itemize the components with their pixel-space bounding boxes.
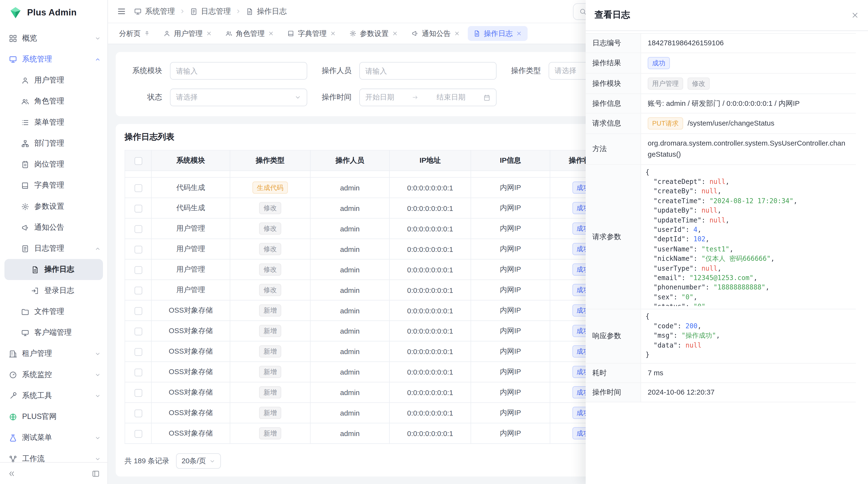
row-checkbox[interactable] bbox=[134, 184, 142, 192]
row-checkbox[interactable] bbox=[134, 266, 142, 274]
sidebar-item[interactable]: 文件管理 bbox=[0, 301, 107, 322]
list-icon bbox=[21, 118, 29, 126]
sidebar-item[interactable]: 岗位管理 bbox=[0, 154, 107, 175]
row-checkbox[interactable] bbox=[134, 430, 142, 438]
tab[interactable]: 分析页 bbox=[114, 26, 156, 41]
cost-value: 7 ms bbox=[641, 363, 856, 382]
collapse-sidebar-icon[interactable] bbox=[8, 470, 16, 477]
monitor-icon bbox=[134, 7, 142, 15]
close-drawer-icon[interactable] bbox=[851, 11, 859, 19]
sidebar-item[interactable]: 概览 bbox=[0, 28, 107, 49]
sidebar-item[interactable]: 工作流 bbox=[0, 448, 107, 462]
building-icon bbox=[9, 350, 17, 358]
sidebar-item[interactable]: 客户端管理 bbox=[0, 322, 107, 343]
close-icon[interactable] bbox=[454, 30, 460, 36]
sidebar-item[interactable]: 租户管理 bbox=[0, 343, 107, 364]
status-select[interactable]: 请选择 bbox=[170, 89, 307, 106]
date-range-picker[interactable]: 开始日期 结束日期 bbox=[359, 89, 496, 106]
operator-input[interactable] bbox=[359, 62, 496, 79]
close-icon[interactable] bbox=[206, 30, 212, 36]
row-checkbox[interactable] bbox=[134, 205, 142, 212]
tab[interactable]: 通知公告 bbox=[406, 26, 466, 41]
chevron-down-icon bbox=[95, 35, 101, 41]
tab[interactable]: 用户管理 bbox=[158, 26, 217, 41]
sidebar-item[interactable]: 菜单管理 bbox=[0, 112, 107, 133]
module-input[interactable] bbox=[170, 62, 307, 79]
table-row[interactable]: OSS对象存储新增admin0:0:0:0:0:0:0:1内网IP成功 bbox=[125, 423, 617, 444]
column-header[interactable]: 操作类型 bbox=[230, 150, 310, 171]
close-icon[interactable] bbox=[330, 30, 336, 36]
row-checkbox[interactable] bbox=[134, 328, 142, 335]
table-row[interactable]: OSS对象存储新增admin0:0:0:0:0:0:0:1内网IP成功 bbox=[125, 361, 617, 382]
breadcrumb-item[interactable]: 系统管理 bbox=[134, 6, 175, 16]
row-checkbox[interactable] bbox=[134, 246, 142, 253]
sidebar-item[interactable]: 登录日志 bbox=[0, 280, 107, 301]
column-header[interactable]: 系统模块 bbox=[151, 150, 230, 171]
sidebar-item[interactable]: PLUS官网 bbox=[0, 406, 107, 427]
row-checkbox[interactable] bbox=[134, 225, 142, 233]
calendar-icon bbox=[483, 94, 490, 101]
sidebar-item[interactable]: 系统监控 bbox=[0, 364, 107, 385]
column-header[interactable]: 操作人员 bbox=[310, 150, 390, 171]
close-icon[interactable] bbox=[268, 30, 274, 36]
sidebar-item[interactable]: 用户管理 bbox=[0, 70, 107, 91]
row-checkbox[interactable] bbox=[134, 410, 142, 417]
sidebar-item[interactable]: 系统管理 bbox=[0, 49, 107, 70]
close-icon[interactable] bbox=[516, 30, 522, 36]
sidebar-footer bbox=[0, 462, 107, 484]
sidebar-item[interactable]: 角色管理 bbox=[0, 91, 107, 112]
sidebar-item[interactable]: 操作日志 bbox=[4, 259, 103, 280]
filter-operator-label: 操作人员 bbox=[314, 66, 351, 76]
row-checkbox[interactable] bbox=[134, 368, 142, 376]
sidebar-item[interactable]: 系统工具 bbox=[0, 385, 107, 406]
table-row[interactable]: 代码生成生成代码admin0:0:0:0:0:0:0:1内网IP成功 bbox=[125, 178, 617, 198]
hamburger-menu-icon[interactable] bbox=[117, 7, 126, 16]
table-row[interactable]: 用户管理修改admin0:0:0:0:0:0:0:1内网IP成功 bbox=[125, 259, 617, 280]
table-row[interactable]: OSS对象存储新增admin0:0:0:0:0:0:0:1内网IP成功 bbox=[125, 382, 617, 402]
table-row[interactable]: 用户管理修改admin0:0:0:0:0:0:0:1内网IP成功 bbox=[125, 239, 617, 259]
drawer-body: 日志编号 1842781986426159106 操作结果 成功 操作模块 用户… bbox=[586, 31, 868, 484]
tab[interactable]: 操作日志 bbox=[468, 26, 528, 41]
select-all-checkbox[interactable] bbox=[134, 157, 142, 165]
table-row[interactable]: OSS对象存储新增admin0:0:0:0:0:0:0:1内网IP成功 bbox=[125, 321, 617, 341]
tab[interactable]: 角色管理 bbox=[220, 26, 280, 41]
chevron-down-icon bbox=[294, 94, 301, 101]
table-row[interactable]: 用户管理修改admin0:0:0:0:0:0:0:1内网IP成功 bbox=[125, 218, 617, 239]
chevron-right-icon bbox=[235, 8, 241, 14]
breadcrumb-item[interactable]: 操作日志 bbox=[246, 6, 287, 16]
tools-icon bbox=[9, 391, 17, 400]
page-size-select[interactable]: 20条/页 bbox=[176, 453, 221, 469]
pin-icon[interactable] bbox=[144, 30, 150, 36]
row-checkbox[interactable] bbox=[134, 287, 142, 294]
user-icon bbox=[21, 76, 29, 84]
sidebar-item[interactable]: 日志管理 bbox=[0, 238, 107, 259]
tab[interactable]: 参数设置 bbox=[344, 26, 404, 41]
sidebar-item[interactable]: 通知公告 bbox=[0, 217, 107, 238]
pin-sidebar-icon[interactable] bbox=[92, 470, 100, 477]
row-checkbox[interactable] bbox=[134, 307, 142, 315]
table-row[interactable]: OSS对象存储新增admin0:0:0:0:0:0:0:1内网IP成功 bbox=[125, 402, 617, 423]
sidebar-item[interactable]: 字典管理 bbox=[0, 175, 107, 196]
column-header[interactable]: IP地址 bbox=[390, 150, 471, 171]
sidebar-item[interactable]: 参数设置 bbox=[0, 196, 107, 217]
app-name: Plus Admin bbox=[27, 8, 77, 18]
tab[interactable]: 字典管理 bbox=[282, 26, 342, 41]
sidebar-item[interactable]: 测试菜单 bbox=[0, 427, 107, 448]
sidebar-item[interactable]: 部门管理 bbox=[0, 133, 107, 154]
row-checkbox[interactable] bbox=[134, 348, 142, 356]
globe-icon bbox=[9, 413, 17, 421]
table-row[interactable]: OSS对象存储新增admin0:0:0:0:0:0:0:1内网IP成功 bbox=[125, 341, 617, 361]
column-header[interactable]: IP信息 bbox=[471, 150, 550, 171]
table-row-partial[interactable] bbox=[125, 171, 617, 178]
field-op-time: 操作时间 2024-10-06 12:20:37 bbox=[586, 383, 856, 402]
table-row[interactable]: 代码生成修改admin0:0:0:0:0:0:0:1内网IP成功 bbox=[125, 198, 617, 218]
table-row[interactable]: 用户管理修改admin0:0:0:0:0:0:0:1内网IP成功 bbox=[125, 280, 617, 300]
close-icon[interactable] bbox=[392, 30, 398, 36]
table-row[interactable]: OSS对象存储新增admin0:0:0:0:0:0:0:1内网IP成功 bbox=[125, 300, 617, 321]
field-result: 操作结果 成功 bbox=[586, 53, 856, 74]
request-params-json[interactable]: { "createDept": null, "createBy": null, … bbox=[646, 167, 851, 306]
breadcrumb-item[interactable]: 日志管理 bbox=[190, 6, 231, 16]
book-icon bbox=[21, 181, 29, 189]
row-checkbox[interactable] bbox=[134, 389, 142, 397]
op-type-badge: 修改 bbox=[259, 202, 281, 214]
